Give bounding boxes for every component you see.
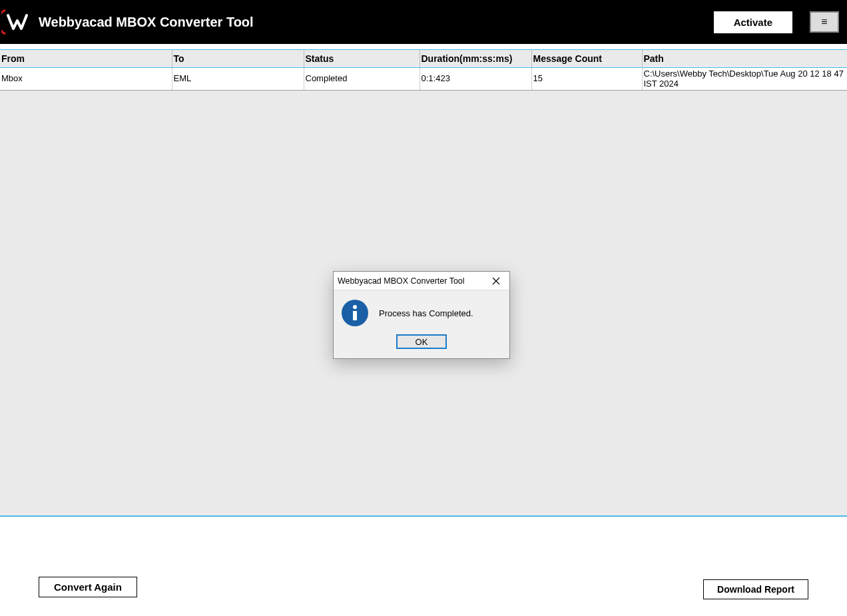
header-gap <box>0 44 847 49</box>
cell-path: C:\Users\Webby Tech\Desktop\Tue Aug 20 1… <box>642 67 847 90</box>
cell-status: Completed <box>304 67 420 90</box>
ok-button[interactable]: OK <box>396 334 447 349</box>
dialog-titlebar[interactable]: Webbyacad MBOX Converter Tool <box>334 272 509 290</box>
dialog-close-button[interactable] <box>483 272 509 290</box>
cell-duration: 0:1:423 <box>420 67 531 90</box>
col-header-path[interactable]: Path <box>642 50 847 67</box>
logo-wrap: Webbyacad MBOX Converter Tool <box>0 6 254 38</box>
svg-rect-1 <box>353 311 357 320</box>
results-table: From To Status Duration(mm:ss:ms) Messag… <box>0 50 847 91</box>
close-icon <box>492 277 500 285</box>
hamburger-icon: ≡ <box>821 16 827 28</box>
convert-again-button[interactable]: Convert Again <box>39 577 137 597</box>
svg-point-0 <box>353 305 357 309</box>
dialog-message: Process has Completed. <box>379 308 473 318</box>
menu-button[interactable]: ≡ <box>810 11 839 33</box>
cell-from: Mbox <box>0 67 172 90</box>
table-header-row: From To Status Duration(mm:ss:ms) Messag… <box>0 50 847 67</box>
app-header: Webbyacad MBOX Converter Tool Activate ≡ <box>0 0 847 44</box>
col-header-duration[interactable]: Duration(mm:ss:ms) <box>420 50 531 67</box>
completion-dialog: Webbyacad MBOX Converter Tool Process ha… <box>333 271 510 359</box>
col-header-to[interactable]: To <box>172 50 304 67</box>
app-title: Webbyacad MBOX Converter Tool <box>39 15 254 30</box>
activate-button[interactable]: Activate <box>714 11 792 33</box>
col-header-count[interactable]: Message Count <box>531 50 642 67</box>
col-header-from[interactable]: From <box>0 50 172 67</box>
col-header-status[interactable]: Status <box>304 50 420 67</box>
cell-count: 15 <box>531 67 642 90</box>
footer-area: Convert Again Download Report <box>0 517 847 617</box>
app-logo-icon <box>1 6 33 38</box>
dialog-footer: OK <box>334 332 509 358</box>
results-table-wrap: From To Status Duration(mm:ss:ms) Messag… <box>0 49 847 91</box>
cell-to: EML <box>172 67 304 90</box>
table-row[interactable]: Mbox EML Completed 0:1:423 15 C:\Users\W… <box>0 67 847 90</box>
dialog-body: Process has Completed. <box>334 290 509 332</box>
info-icon <box>342 300 368 326</box>
dialog-title-text: Webbyacad MBOX Converter Tool <box>338 276 483 286</box>
download-report-button[interactable]: Download Report <box>703 579 808 599</box>
